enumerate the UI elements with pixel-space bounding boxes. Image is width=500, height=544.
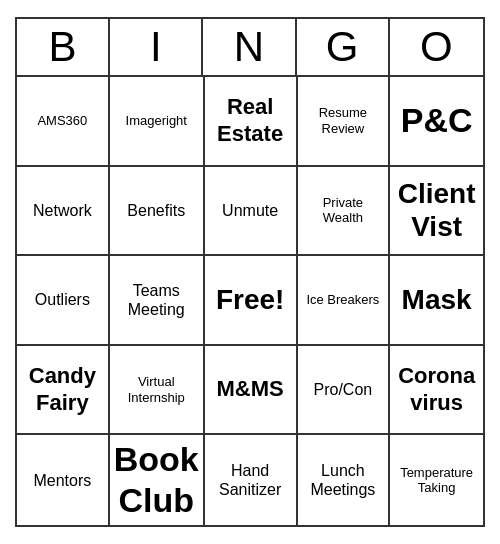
cell-text: Virtual Internship (114, 374, 199, 405)
cell-text: Imageright (126, 113, 187, 129)
bingo-letter: O (390, 19, 483, 75)
cell-text: Candy Fairy (21, 363, 104, 416)
bingo-cell: AMS360 (17, 77, 110, 167)
bingo-cell: Pro/Con (298, 346, 391, 436)
cell-text: Private Wealth (302, 195, 385, 226)
bingo-cell: Real Estate (205, 77, 298, 167)
bingo-cell: Corona virus (390, 346, 483, 436)
cell-text: P&C (401, 100, 473, 141)
bingo-cell: Imageright (110, 77, 205, 167)
bingo-cell: P&C (390, 77, 483, 167)
bingo-cell: Resume Review (298, 77, 391, 167)
cell-text: Outliers (35, 290, 90, 309)
cell-text: Ice Breakers (306, 292, 379, 308)
bingo-cell: Candy Fairy (17, 346, 110, 436)
bingo-card: BINGO AMS360ImagerightReal EstateResume … (15, 17, 485, 527)
cell-text: Free! (216, 283, 284, 317)
bingo-grid: AMS360ImagerightReal EstateResume Review… (17, 77, 483, 525)
bingo-cell: Network (17, 167, 110, 257)
cell-text: Client Vist (394, 177, 479, 244)
bingo-letter: I (110, 19, 203, 75)
bingo-cell: Mentors (17, 435, 110, 525)
cell-text: Mentors (33, 471, 91, 490)
cell-text: Temperature Taking (394, 465, 479, 496)
bingo-letter: B (17, 19, 110, 75)
cell-text: Mask (402, 283, 472, 317)
bingo-cell: Benefits (110, 167, 205, 257)
bingo-cell: Teams Meeting (110, 256, 205, 346)
cell-text: Benefits (127, 201, 185, 220)
bingo-cell: Free! (205, 256, 298, 346)
cell-text: Network (33, 201, 92, 220)
bingo-letter: G (297, 19, 390, 75)
cell-text: Resume Review (302, 105, 385, 136)
cell-text: AMS360 (37, 113, 87, 129)
bingo-cell: Temperature Taking (390, 435, 483, 525)
bingo-cell: Hand Sanitizer (205, 435, 298, 525)
bingo-cell: Book Club (110, 435, 205, 525)
bingo-cell: Mask (390, 256, 483, 346)
bingo-cell: Client Vist (390, 167, 483, 257)
bingo-cell: Private Wealth (298, 167, 391, 257)
cell-text: Pro/Con (314, 380, 373, 399)
bingo-cell: Virtual Internship (110, 346, 205, 436)
cell-text: Book Club (114, 439, 199, 521)
bingo-cell: M&MS (205, 346, 298, 436)
cell-text: Unmute (222, 201, 278, 220)
bingo-letter: N (203, 19, 296, 75)
bingo-header: BINGO (17, 19, 483, 77)
cell-text: Lunch Meetings (302, 461, 385, 499)
bingo-cell: Ice Breakers (298, 256, 391, 346)
cell-text: M&MS (217, 376, 284, 402)
bingo-cell: Unmute (205, 167, 298, 257)
bingo-cell: Outliers (17, 256, 110, 346)
cell-text: Hand Sanitizer (209, 461, 292, 499)
cell-text: Real Estate (209, 94, 292, 147)
cell-text: Teams Meeting (114, 281, 199, 319)
cell-text: Corona virus (394, 363, 479, 416)
bingo-cell: Lunch Meetings (298, 435, 391, 525)
